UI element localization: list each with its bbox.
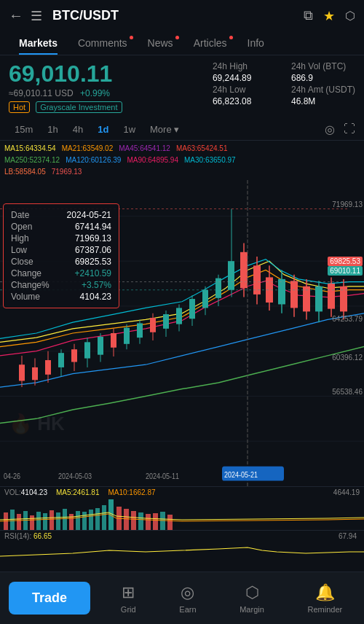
reminder-label: Reminder xyxy=(307,605,342,614)
ohlc-change-row: Change +2410.59 xyxy=(11,268,111,278)
tag-hot: Hot xyxy=(9,101,30,113)
high-24h-label: 24h High xyxy=(213,61,277,71)
low-24h-label: 24h Low xyxy=(213,85,277,95)
chart-container[interactable]: 04-26 2024-05-03 2024-05-11 2024-05-21 7… xyxy=(0,180,364,486)
rsi-right: 67.94 xyxy=(339,532,357,540)
tab-news-dot xyxy=(175,36,179,39)
ohlc-high-value: 71969.13 xyxy=(75,233,111,243)
ma-row-2: MA250:52374.12 MA120:60126.39 MA90:64895… xyxy=(4,155,360,166)
rsi-value: 66.65 xyxy=(33,532,52,540)
price-right: 24h High 24h Vol (BTC) 69,244.89 686.9 2… xyxy=(213,61,355,113)
ohlc-volume-value: 4104.23 xyxy=(80,292,111,302)
margin-label: Margin xyxy=(240,605,264,614)
nav-reminder[interactable]: 🔔 Reminder xyxy=(307,583,342,614)
back-icon[interactable]: ← xyxy=(9,7,23,24)
svg-rect-74 xyxy=(50,510,54,530)
svg-rect-69 xyxy=(17,514,21,530)
amt-usdt-label: 24h Amt (USDT) xyxy=(291,85,355,95)
tab-comments[interactable]: Comments xyxy=(68,31,138,55)
current-price-tag: 69010.11 xyxy=(328,266,363,276)
header: ← ☰ BTC/USDT ⧉ ★ ⬡ xyxy=(0,0,364,31)
ohlc-close-label: Close xyxy=(11,257,33,267)
ohlc-open-row: Open 67414.94 xyxy=(11,222,111,232)
price-left: 69,010.11 ≈69,010.11 USD +0.99% Hot Gray… xyxy=(9,61,213,113)
nav-earn[interactable]: ◎ Earn xyxy=(179,583,196,614)
price-change: +0.99% xyxy=(80,88,110,98)
ohlc-close-value: 69825.53 xyxy=(75,257,111,267)
svg-rect-87 xyxy=(138,512,143,530)
ohlc-changepct-row: Change% +3.57% xyxy=(11,280,111,290)
tf-15m[interactable]: 15m xyxy=(9,122,39,137)
ohlc-volume-label: Volume xyxy=(11,292,40,302)
ma45: MA45:64541.12 xyxy=(119,143,170,155)
svg-rect-11 xyxy=(45,360,51,375)
ohlc-close-row: Close 69825.53 xyxy=(11,257,111,267)
price-area: 69,010.11 ≈69,010.11 USD +0.99% Hot Gray… xyxy=(0,55,364,119)
ma63: MA63:65424.51 xyxy=(176,143,228,155)
fullscreen-icon[interactable]: ⛶ xyxy=(344,122,355,136)
svg-rect-7 xyxy=(19,364,25,381)
share-icon[interactable]: ⬡ xyxy=(345,9,355,23)
svg-rect-13 xyxy=(58,353,64,367)
rsi-area: RSI(14): 66.65 67.94 xyxy=(0,530,364,562)
tf-more[interactable]: More ▾ xyxy=(144,122,185,137)
candlestick-icon[interactable]: ◎ xyxy=(325,122,335,136)
svg-rect-75 xyxy=(56,512,60,530)
trade-button[interactable]: Trade xyxy=(9,582,90,615)
tab-articles[interactable]: Articles xyxy=(183,31,237,55)
ma120: MA120:60126.39 xyxy=(66,155,121,166)
page-title: BTC/USDT xyxy=(52,8,296,23)
vol-label: VOL:4104.23 xyxy=(4,488,47,496)
y-label-1: 71969.13 xyxy=(332,200,363,208)
tab-news[interactable]: News xyxy=(138,31,183,55)
star-icon[interactable]: ★ xyxy=(323,8,335,24)
vol-ma5: MA5:2461.81 xyxy=(56,488,100,496)
ma-indicators: MA15:64334.54 MA21:63549.02 MA45:64541.1… xyxy=(0,141,364,180)
copy-icon[interactable]: ⧉ xyxy=(304,8,313,23)
ohlc-low-label: Low xyxy=(11,245,27,255)
ohlc-changepct-value: +3.57% xyxy=(82,280,111,290)
nav-items: ⊞ Grid ◎ Earn ⬡ Margin 🔔 Reminder xyxy=(99,583,364,614)
menu-icon[interactable]: ☰ xyxy=(31,8,42,24)
volume-area: VOL:4104.23 MA5:2461.81 MA10:1662.87 464… xyxy=(0,486,364,530)
svg-text:2024-05-03: 2024-05-03 xyxy=(58,472,92,480)
svg-rect-71 xyxy=(30,515,34,530)
svg-rect-21 xyxy=(111,333,116,348)
ohlc-low-value: 67387.06 xyxy=(75,245,111,255)
high-price-tag: 69825.53 xyxy=(328,257,363,266)
vol-value: 4104.23 xyxy=(21,488,47,496)
ma15: MA15:64334.54 xyxy=(4,143,56,155)
ohlc-date-value: 2024-05-21 xyxy=(67,210,111,220)
ma-row-1: MA15:64334.54 MA21:63549.02 MA45:64541.1… xyxy=(4,143,360,155)
price-sub: ≈69,010.11 USD +0.99% xyxy=(9,88,213,98)
ohlc-open-value: 67414.94 xyxy=(75,222,111,232)
grid-label: Grid xyxy=(121,605,136,614)
svg-rect-33 xyxy=(189,299,195,319)
nav-grid[interactable]: ⊞ Grid xyxy=(121,583,136,614)
tf-1h[interactable]: 1h xyxy=(41,122,63,137)
ohlc-change-value: +2410.59 xyxy=(75,268,111,278)
svg-rect-41 xyxy=(240,252,248,288)
ohlc-changepct-label: Change% xyxy=(11,280,50,290)
tab-markets[interactable]: Markets xyxy=(9,31,68,55)
y-label-3: 64253.79 xyxy=(332,315,363,323)
svg-rect-56 xyxy=(328,284,335,309)
svg-rect-78 xyxy=(76,511,80,530)
bottom-nav: Trade ⊞ Grid ◎ Earn ⬡ Margin 🔔 Reminder xyxy=(0,572,364,624)
header-icons: ⧉ ★ ⬡ xyxy=(304,8,355,24)
svg-rect-48 xyxy=(278,279,285,305)
nav-margin[interactable]: ⬡ Margin xyxy=(240,583,264,614)
svg-rect-19 xyxy=(98,337,103,355)
tf-1d[interactable]: 1d xyxy=(92,122,114,137)
ohlc-change-label: Change xyxy=(11,268,41,278)
ohlc-high-label: High xyxy=(11,233,29,243)
tf-1w[interactable]: 1w xyxy=(117,122,141,137)
svg-rect-37 xyxy=(215,278,221,298)
tf-4h[interactable]: 4h xyxy=(67,122,89,137)
ohlc-overlay: Date 2024-05-21 Open 67414.94 High 71969… xyxy=(3,203,119,308)
svg-rect-23 xyxy=(124,328,130,344)
svg-text:2024-05-21: 2024-05-21 xyxy=(224,470,258,479)
tab-info[interactable]: Info xyxy=(237,31,274,55)
svg-rect-35 xyxy=(202,290,208,308)
chart-type-icons: ◎ ⛶ xyxy=(325,122,355,136)
